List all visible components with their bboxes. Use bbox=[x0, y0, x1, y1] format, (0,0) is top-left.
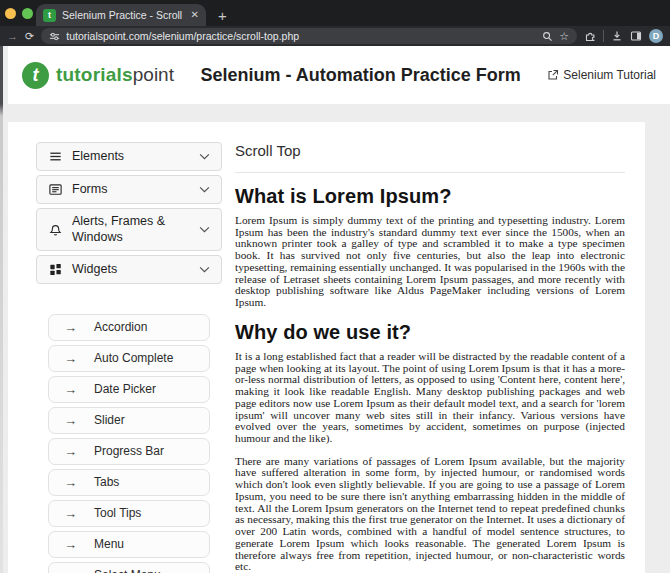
arrow-right-icon: → bbox=[64, 568, 77, 573]
chevron-down-icon bbox=[199, 226, 210, 233]
widget-label: Slider bbox=[94, 413, 125, 427]
side-panel-icon[interactable] bbox=[630, 30, 642, 42]
paragraph: Lorem Ipsum is simply dummy text of the … bbox=[235, 215, 625, 309]
widget-label: Tool Tips bbox=[94, 506, 141, 520]
paragraph: It is a long established fact that a rea… bbox=[235, 351, 625, 445]
arrow-right-icon: → bbox=[64, 506, 77, 521]
widget-label: Auto Complete bbox=[94, 351, 173, 365]
sidebar: Elements Forms Alerts, Frames & Window bbox=[36, 142, 222, 573]
widgets-grid-icon bbox=[48, 262, 63, 277]
sidebar-item-date-picker[interactable]: →Date Picker bbox=[48, 376, 210, 403]
heading-why-do-we-use-it: Why do we use it? bbox=[235, 321, 625, 344]
tutorial-link-label: Selenium Tutorial bbox=[563, 68, 656, 82]
form-card-icon bbox=[48, 182, 63, 197]
section-label: Alerts, Frames & Windows bbox=[72, 213, 180, 246]
sidebar-item-slider[interactable]: →Slider bbox=[48, 407, 210, 434]
profile-avatar[interactable]: D bbox=[649, 29, 663, 43]
widget-label: Accordion bbox=[94, 320, 147, 334]
new-tab-button[interactable]: + bbox=[218, 7, 227, 24]
zoom-button[interactable] bbox=[22, 8, 33, 19]
section-label: Forms bbox=[72, 181, 107, 197]
arrow-right-icon: → bbox=[64, 320, 77, 335]
bookmark-star-icon[interactable]: ☆ bbox=[559, 30, 569, 43]
sidebar-item-progress-bar[interactable]: →Progress Bar bbox=[48, 438, 210, 465]
external-link-icon bbox=[547, 69, 559, 81]
sidebar-item-auto-complete[interactable]: →Auto Complete bbox=[48, 345, 210, 372]
reload-icon[interactable]: ⟳ bbox=[25, 30, 34, 43]
browser-toolbar: → ⟳ tutorialspoint.com/selenium/practice… bbox=[0, 26, 670, 46]
arrow-right-icon: → bbox=[64, 351, 77, 366]
tutorialspoint-logo[interactable]: t tutorialspoint bbox=[22, 62, 174, 89]
logo-text: tutorialspoint bbox=[56, 64, 174, 86]
arrow-right-icon: → bbox=[64, 382, 77, 397]
browser-chrome: t Selenium Practice - Scroll To ✕ + → ⟳ … bbox=[0, 0, 670, 46]
site-header: t tutorialspoint Selenium - Automation P… bbox=[8, 46, 670, 104]
content-card: Elements Forms Alerts, Frames & Window bbox=[8, 122, 645, 573]
page-title: Selenium - Automation Practice Form bbox=[174, 65, 547, 86]
header-gap bbox=[0, 104, 670, 122]
widget-label: Menu bbox=[94, 537, 124, 551]
heading-what-is-lorem-ipsum: What is Lorem Ipsum? bbox=[235, 185, 625, 208]
sidebar-section-forms[interactable]: Forms bbox=[36, 175, 222, 204]
extensions-puzzle-icon[interactable] bbox=[584, 30, 596, 42]
browser-tab[interactable]: t Selenium Practice - Scroll To ✕ bbox=[36, 4, 206, 26]
minimize-button[interactable] bbox=[5, 8, 16, 19]
chevron-down-icon bbox=[199, 186, 210, 193]
traffic-lights bbox=[5, 8, 33, 19]
widget-button-list: →Accordion →Auto Complete →Date Picker →… bbox=[36, 314, 222, 573]
widget-label: Select Menu bbox=[94, 568, 161, 573]
sidebar-item-accordion[interactable]: →Accordion bbox=[48, 314, 210, 341]
main-content: Scroll Top What is Lorem Ipsum? Lorem Ip… bbox=[235, 142, 635, 573]
paragraph: There are many variations of passages of… bbox=[235, 456, 625, 573]
browser-window: t Selenium Practice - Scroll To ✕ + → ⟳ … bbox=[0, 0, 670, 573]
section-label: Widgets bbox=[72, 261, 117, 277]
url-text[interactable]: tutorialspoint.com/selenium/practice/scr… bbox=[66, 30, 536, 42]
widget-label: Date Picker bbox=[94, 382, 156, 396]
toolbar-divider bbox=[603, 30, 604, 42]
sidebar-section-elements[interactable]: Elements bbox=[36, 142, 222, 171]
address-bar[interactable]: tutorialspoint.com/selenium/practice/scr… bbox=[41, 28, 577, 44]
chevron-down-icon bbox=[199, 266, 210, 273]
arrow-right-icon: → bbox=[64, 444, 77, 459]
arrow-right-icon: → bbox=[64, 475, 77, 490]
downloads-icon[interactable] bbox=[611, 30, 623, 42]
tab-title: Selenium Practice - Scroll To bbox=[62, 9, 185, 21]
content-title: Scroll Top bbox=[235, 142, 625, 173]
selenium-tutorial-link[interactable]: Selenium Tutorial bbox=[547, 68, 656, 82]
arrow-right-icon: → bbox=[64, 413, 77, 428]
tab-favicon: t bbox=[43, 9, 56, 22]
tab-bar: t Selenium Practice - Scroll To ✕ + bbox=[0, 0, 670, 26]
forward-icon[interactable]: → bbox=[7, 30, 18, 42]
bell-icon bbox=[48, 222, 63, 237]
sidebar-item-tabs[interactable]: →Tabs bbox=[48, 469, 210, 496]
chevron-down-icon bbox=[199, 153, 210, 160]
sidebar-item-tool-tips[interactable]: →Tool Tips bbox=[48, 500, 210, 527]
arrow-right-icon: → bbox=[64, 537, 77, 552]
window-edge bbox=[0, 46, 3, 573]
sidebar-section-widgets[interactable]: Widgets bbox=[36, 255, 222, 284]
zoom-search-icon[interactable] bbox=[542, 31, 553, 42]
logo-icon: t bbox=[22, 62, 49, 89]
sidebar-section-alerts-frames-windows[interactable]: Alerts, Frames & Windows bbox=[36, 208, 222, 251]
widget-label: Tabs bbox=[94, 475, 119, 489]
section-label: Elements bbox=[72, 148, 124, 164]
tab-close-icon[interactable]: ✕ bbox=[191, 10, 199, 20]
sidebar-item-select-menu[interactable]: →Select Menu bbox=[48, 562, 210, 573]
widget-label: Progress Bar bbox=[94, 444, 164, 458]
sidebar-item-menu[interactable]: →Menu bbox=[48, 531, 210, 558]
hamburger-icon bbox=[48, 149, 63, 164]
tune-icon[interactable] bbox=[49, 31, 60, 42]
